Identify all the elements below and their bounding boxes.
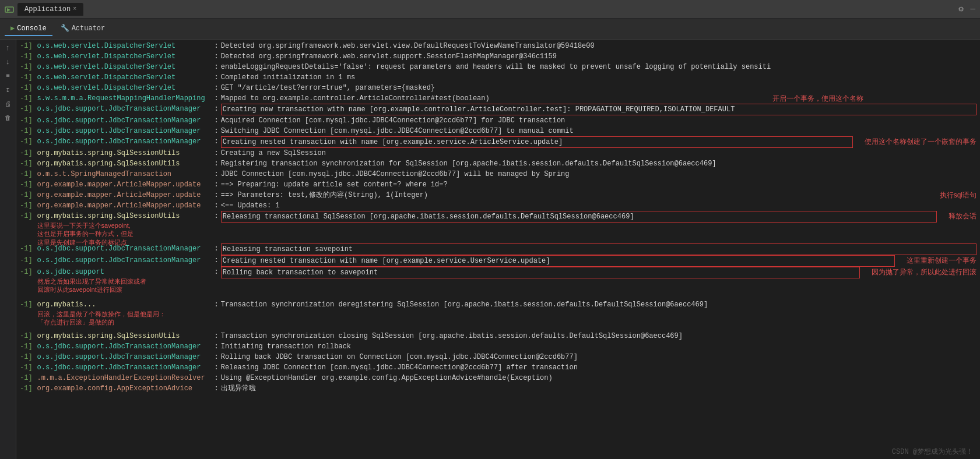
toolbar: ▶ Console 🔧 Actuator <box>0 19 980 40</box>
log-logger: o.s.jdbc.support.JdbcTransactionManager <box>37 104 212 114</box>
log-num: -1] <box>20 115 37 126</box>
log-logger: org.mybatis.spring.SqlSessionUtils 这里要说一… <box>37 211 212 221</box>
log-num: -1] <box>20 169 37 179</box>
log-sep: : <box>212 41 221 51</box>
log-sep: : <box>212 115 221 126</box>
watermark: CSDN @梦想成为光头强！ <box>892 447 973 457</box>
log-line: -1] org.mybatis.spring.SqlSessionUtils 这… <box>16 211 980 223</box>
log-line: -1] org.mybatis.spring.SqlSessionUtils :… <box>16 148 980 158</box>
log-line: -1] o.s.jdbc.support.JdbcTransactionMana… <box>16 243 980 255</box>
log-logger: o.s.web.servlet.DispatcherServlet <box>37 51 212 62</box>
log-num: -1] <box>20 83 37 93</box>
log-sep: : <box>212 72 221 83</box>
log-line-trailing <box>16 394 980 411</box>
log-num: -1] <box>20 255 37 266</box>
log-sep: : <box>212 136 221 147</box>
log-msg: Releasing JDBC Connection [com.mysql.jdb… <box>221 362 977 373</box>
log-sep: : <box>212 255 221 266</box>
log-logger: org.mybatis... 回滚，这里是做了个释放操作，但是他是用：「存点进行… <box>37 299 212 310</box>
annotation: 执行sql语句 <box>940 190 977 200</box>
log-msg: Rolling back JDBC transaction on Connect… <box>221 352 977 362</box>
log-num: -1] <box>20 62 37 72</box>
tab-actuator-label: Actuator <box>72 24 106 33</box>
scroll-up-button[interactable]: ↑ <box>2 42 14 54</box>
log-msg: <== Updates: 1 <box>221 200 977 211</box>
log-line: -1] org.example.mapper.ArticleMapper.upd… <box>16 179 980 190</box>
log-line: -1] o.s.jdbc.support.JdbcTransactionMana… <box>16 104 980 115</box>
title-bar-controls: ⚙ — <box>958 4 975 14</box>
log-sep: : <box>212 169 221 179</box>
tab-actuator[interactable]: 🔧 Actuator <box>55 22 111 36</box>
log-msg-boxed: Releasing transactional SqlSession [org.… <box>221 211 937 223</box>
app-tab-label: Application <box>24 5 71 13</box>
log-sep: : <box>212 51 221 62</box>
tab-console-label: Console <box>17 24 46 33</box>
log-logger: o.s.jdbc.support.JdbcTransactionManager <box>37 362 212 373</box>
log-logger: org.mybatis.spring.SqlSessionUtils <box>37 148 212 158</box>
minimize-icon[interactable]: — <box>971 4 975 14</box>
log-num: -1] <box>20 341 37 352</box>
log-sep: : <box>212 158 221 169</box>
log-logger: o.m.s.t.SpringManagedTransaction <box>37 169 212 179</box>
log-sep: : <box>212 211 221 221</box>
log-logger: o.s.jdbc.support.JdbcTransactionManager <box>37 115 212 126</box>
log-num: -1] <box>20 352 37 362</box>
log-msg: Transaction synchronization closing SqlS… <box>221 331 977 341</box>
log-area[interactable]: -1] o.s.web.servlet.DispatcherServlet : … <box>16 40 980 459</box>
log-num: -1] <box>20 211 37 221</box>
log-sep: : <box>212 341 221 352</box>
log-sep: : <box>212 104 221 114</box>
log-line: -1] o.s.web.servlet.DispatcherServlet : … <box>16 72 980 83</box>
log-msg: ==> Parameters: test,修改的内容(String), 1(In… <box>221 190 916 200</box>
log-logger: o.s.jdbc.support.JdbcTransactionManager <box>37 243 212 254</box>
log-num: -1] <box>20 136 37 147</box>
log-msg: enableLoggingRequestDetails='false': req… <box>221 62 977 72</box>
scroll-down-button[interactable]: ↓ <box>2 56 14 68</box>
log-line: -1] o.s.jdbc.support.JdbcTransactionMana… <box>16 255 980 267</box>
settings-icon[interactable]: ⚙ <box>958 4 963 14</box>
log-line: -1] o.s.web.servlet.DispatcherServlet : … <box>16 83 980 93</box>
log-logger: .m.m.a.ExceptionHandlerExceptionResolver <box>37 373 212 383</box>
log-sep: : <box>212 126 221 136</box>
log-sep: : <box>212 267 221 277</box>
tab-close-button[interactable]: × <box>73 6 76 12</box>
log-logger: o.s.web.servlet.DispatcherServlet <box>37 62 212 72</box>
clear-button[interactable]: 🗑 <box>2 112 14 123</box>
log-msg-boxed: Rolling back transaction to savepoint <box>221 267 860 278</box>
tab-console[interactable]: ▶ Console <box>5 22 52 36</box>
log-msg-boxed: Creating nested transaction with name [o… <box>221 136 853 148</box>
log-sep: : <box>212 179 221 190</box>
log-msg: Creating a new SqlSession <box>221 148 977 158</box>
log-sep: : <box>212 83 221 93</box>
log-line: -1] org.example.config.AppExceptionAdvic… <box>16 383 980 394</box>
log-logger: o.s.web.servlet.DispatcherServlet <box>37 72 212 83</box>
log-msg: JDBC Connection [com.mysql.jdbc.JDBC4Con… <box>221 169 977 179</box>
log-logger: org.example.config.AppExceptionAdvice <box>37 383 212 394</box>
log-logger: o.s.jdbc.support 然后之后如果出现了异常就来回滚或者回滚时从此s… <box>37 267 212 277</box>
wrap-toggle-button[interactable]: ≡ <box>2 70 14 82</box>
log-msg-boxed: Creating nested transaction with name [o… <box>221 255 895 267</box>
console-area: ↑ ↓ ≡ ↧ 🖨 🗑 -1] o.s.web.servlet.Dispatch… <box>0 40 980 459</box>
log-line: -1] o.s.web.servlet.DispatcherServlet : … <box>16 41 980 51</box>
log-num: -1] <box>20 51 37 62</box>
log-logger: o.s.jdbc.support.JdbcTransactionManager <box>37 136 212 147</box>
log-num: -1] <box>20 179 37 190</box>
log-sep: : <box>212 331 221 341</box>
log-logger: o.s.web.servlet.DispatcherServlet <box>37 41 212 51</box>
annotation: 这里重新创建一个事务 <box>907 255 977 266</box>
scroll-bottom-button[interactable]: ↧ <box>2 84 14 96</box>
app-tab[interactable]: Application × <box>17 3 83 16</box>
log-line: -1] org.mybatis.spring.SqlSessionUtils :… <box>16 331 980 341</box>
log-num: -1] <box>20 200 37 211</box>
log-logger: org.mybatis.spring.SqlSessionUtils <box>37 158 212 169</box>
log-msg: Switching JDBC Connection [com.mysql.jdb… <box>221 126 977 136</box>
log-num: -1] <box>20 299 37 310</box>
log-line: -1] org.example.mapper.ArticleMapper.upd… <box>16 200 980 211</box>
log-sep: : <box>212 148 221 158</box>
log-line: -1] o.s.web.servlet.DispatcherServlet : … <box>16 51 980 62</box>
log-logger: o.s.jdbc.support.JdbcTransactionManager <box>37 341 212 352</box>
log-line: -1] o.m.s.t.SpringManagedTransaction : J… <box>16 169 980 179</box>
log-num: -1] <box>20 93 37 104</box>
log-line: -1] s.w.s.m.m.a.RequestMappingHandlerMap… <box>16 93 980 104</box>
print-button[interactable]: 🖨 <box>2 98 14 110</box>
